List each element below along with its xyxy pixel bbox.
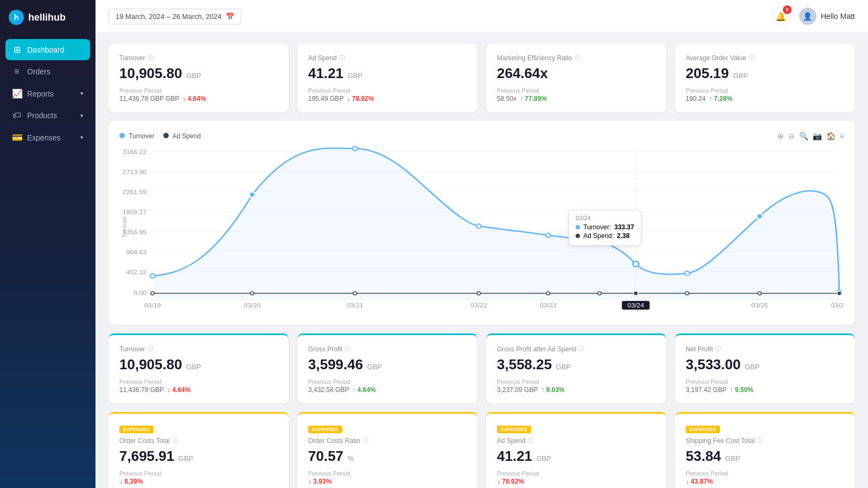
chart-tools: ⊕ ⊖ 🔍 📷 🏠 ≡ xyxy=(777,132,844,140)
svg-text:1809.27: 1809.27 xyxy=(123,209,146,215)
info-icon: ⓘ xyxy=(362,436,368,445)
datapoint xyxy=(685,271,690,275)
svg-text:904.63: 904.63 xyxy=(126,249,146,255)
stat-value: 10,905.80 GBP xyxy=(119,65,278,82)
stat-prev-label: Previous Period xyxy=(497,87,655,94)
stat-card-ad_spend: Ad Spend ⓘ 41.21 GBP Previous Period 195… xyxy=(297,44,477,112)
stat-label: Average Order Value ⓘ xyxy=(686,54,844,62)
stat-label: Turnover ⓘ xyxy=(119,54,278,62)
expenses-card-order_costs_total: EXPENSES Order Costs Total ⓘ 7,695.91 GB… xyxy=(108,412,289,488)
sidebar-item-dashboard[interactable]: ⊞ Dashboard xyxy=(5,39,90,60)
stat-unit: % xyxy=(346,454,354,463)
stat-prev: Previous Period ↓ 3.93% xyxy=(308,470,467,485)
info-icon: ⓘ xyxy=(715,345,721,353)
orders-icon: ≡ xyxy=(12,67,22,76)
stat-prev-val: 190.24 xyxy=(686,95,706,102)
stat-prev-row: ↓ 8.39% xyxy=(119,478,278,485)
stat-prev-val: 11,436.78 GBP xyxy=(119,386,164,394)
info-icon: ⓘ xyxy=(757,436,763,445)
svg-text:2261.59: 2261.59 xyxy=(123,189,146,195)
sidebar-item-products[interactable]: 🏷 Products ▾ xyxy=(5,105,90,126)
stat-prev-label: Previous Period xyxy=(308,378,467,385)
search-icon[interactable]: 🔍 xyxy=(799,132,808,140)
sidebar-item-reports[interactable]: 📈 Reports ▾ xyxy=(5,83,90,104)
stat-label: Ad Spend ⓘ xyxy=(308,54,467,62)
stat-prev-val: 195.49 GBP xyxy=(308,95,343,102)
info-icon: ⓘ xyxy=(148,345,154,353)
info-icon: ⓘ xyxy=(528,436,534,445)
stat-prev: Previous Period 3,432.58 GBP ↑ 4.64% xyxy=(308,378,467,394)
stat-prev: Previous Period 11,436.78 GBP GBP ↓ 4.64… xyxy=(119,87,278,102)
legend-adspend: Ad Spend xyxy=(163,132,201,140)
datapoint-active xyxy=(633,261,639,267)
chevron-down-icon: ▾ xyxy=(80,90,84,97)
home-icon[interactable]: 🏠 xyxy=(826,132,835,140)
info-icon: ⓘ xyxy=(749,54,755,62)
stat-prev: Previous Period 11,436.78 GBP ↓ 4.64% xyxy=(119,378,278,394)
datapoint xyxy=(150,274,155,278)
stat-prev: Previous Period ↓ 8.39% xyxy=(119,470,278,485)
stat-value: 7,695.91 GBP xyxy=(119,448,278,465)
stat-prev-row: ↓ 78.92% xyxy=(497,478,655,485)
sidebar-item-orders[interactable]: ≡ Orders xyxy=(5,61,90,82)
tooltip-adspend-row: Ad Spend: 2.38 xyxy=(576,232,634,240)
stat-label: Gross Profit ⓘ xyxy=(308,345,467,353)
date-range-picker[interactable]: 19 March, 2024 – 26 March, 2024 📅 xyxy=(108,9,241,24)
stat-change: ↑ 9.50% xyxy=(730,386,753,394)
svg-text:03/25: 03/25 xyxy=(751,302,768,309)
stat-change: ↓ 78.92% xyxy=(347,95,374,102)
expenses-badge: EXPENSES xyxy=(119,426,154,433)
expenses-card-shipping_fee: EXPENSES Shipping Fee Cost Total ⓘ 53.84… xyxy=(675,412,855,488)
stat-change: ↓ 78.92% xyxy=(497,478,524,485)
stat-prev-row: 58.50x ↑ 77.89% xyxy=(497,95,655,102)
svg-text:03/20: 03/20 xyxy=(244,302,261,309)
header-right: 🔔 8 👤 Hello Matt xyxy=(771,7,855,26)
bottom-stat-card-net_profit: Net Profit ⓘ 3,533.00 GBP Previous Perio… xyxy=(675,333,855,403)
header: 19 March, 2024 – 26 March, 2024 📅 🔔 8 👤 … xyxy=(95,0,868,33)
sidebar-item-label: Dashboard xyxy=(27,46,65,54)
menu-icon[interactable]: ≡ xyxy=(840,132,844,140)
stat-prev-val: 3,197.42 GBP xyxy=(686,386,726,394)
svg-text:452.32: 452.32 xyxy=(126,269,146,275)
datapoint xyxy=(758,292,762,295)
user-menu[interactable]: 👤 Hello Matt xyxy=(799,8,855,25)
zoom-reset-icon[interactable]: ⊕ xyxy=(777,132,784,140)
stat-prev-label: Previous Period xyxy=(119,378,278,385)
stat-unit: GBP xyxy=(723,454,740,463)
stat-prev-val: 58.50x xyxy=(497,95,516,102)
chevron-down-icon: ▾ xyxy=(80,134,84,141)
notifications-button[interactable]: 🔔 8 xyxy=(771,7,790,26)
stat-label: Order Costs Total ⓘ xyxy=(119,436,278,445)
app-logo[interactable]: h hellihub xyxy=(0,0,95,35)
stat-prev: Previous Period 58.50x ↑ 77.89% xyxy=(497,87,655,102)
bottom-stat-card-gross_profit_ad: Gross Profit after Ad Spend ⓘ 3,558.25 G… xyxy=(486,333,666,403)
svg-text:03/24: 03/24 xyxy=(628,302,644,309)
tooltip-adspend-dot xyxy=(576,234,580,238)
info-icon: ⓘ xyxy=(339,54,345,62)
sidebar-item-label: Products xyxy=(27,111,57,120)
expenses-badge: EXPENSES xyxy=(497,426,531,433)
stat-prev: Previous Period ↓ 43.87% xyxy=(686,470,844,485)
datapoint xyxy=(249,192,255,197)
sidebar-item-expenses[interactable]: 💳 Expenses ▾ xyxy=(5,127,90,148)
date-range-text: 19 March, 2024 – 26 March, 2024 xyxy=(116,12,221,21)
expenses-badge: EXPENSES xyxy=(686,426,720,433)
datapoint xyxy=(546,233,551,237)
stat-prev-label: Previous Period xyxy=(308,87,467,94)
zoom-out-icon[interactable]: ⊖ xyxy=(788,132,795,140)
stat-prev: Previous Period 190.24 ↑ 7.28% xyxy=(686,87,844,102)
stat-prev-label: Previous Period xyxy=(119,470,278,477)
stat-prev-row: 195.49 GBP ↓ 78.92% xyxy=(308,95,467,102)
stat-prev: Previous Period ↓ 78.92% xyxy=(497,470,655,485)
stat-prev-label: Previous Period xyxy=(497,470,655,477)
stat-value: 53.84 GBP xyxy=(686,448,844,465)
camera-icon[interactable]: 📷 xyxy=(813,132,822,140)
sidebar-item-label: Orders xyxy=(27,67,50,76)
tooltip-turnover-dot xyxy=(576,225,580,229)
logo-icon: h xyxy=(9,10,24,25)
sidebar-item-label: Reports xyxy=(27,89,54,98)
stat-prev-row: ↓ 43.87% xyxy=(686,478,844,485)
stat-value: 205.19 GBP xyxy=(686,65,844,82)
stat-value: 41.21 GBP xyxy=(308,65,467,82)
stat-label: Gross Profit after Ad Spend ⓘ xyxy=(497,345,655,353)
